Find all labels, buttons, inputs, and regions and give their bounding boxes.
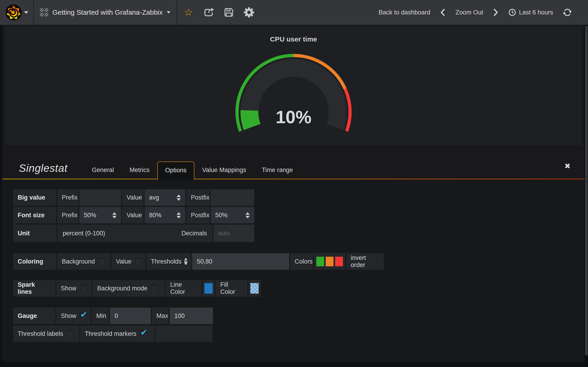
dashboard-content: CPU user time 10% Singlestat General Met… — [2, 25, 585, 362]
threshold-color-swatch-green[interactable] — [316, 257, 324, 266]
spark-background-mode-cell: Background mode ✔ — [93, 280, 165, 297]
font-size-label: Font size — [13, 207, 56, 223]
threshold-color-swatch-orange[interactable] — [326, 257, 334, 266]
fill-color-cell — [248, 280, 261, 297]
tab-time-range[interactable]: Time range — [254, 167, 301, 179]
unit-value-dropdown[interactable]: percent (0-100) — [63, 230, 105, 237]
gauge-show-cell: Show ✔ — [56, 308, 91, 324]
threshold-labels-cell: Threshold labels ✔ — [13, 325, 79, 342]
dashboard-grid-icon — [40, 8, 48, 17]
fill-color-overlay — [250, 283, 259, 294]
close-editor-icon[interactable]: ✖ — [564, 162, 571, 170]
spark-show-cell: Show ✔ — [56, 280, 92, 297]
decimals-label: Decimals — [182, 230, 207, 237]
tab-metrics[interactable]: Metrics — [122, 167, 157, 179]
unit-row: Unit percent (0-100) Decimals — [13, 225, 585, 242]
postfix-size-select[interactable]: 50% — [211, 207, 254, 223]
postfix-input[interactable] — [211, 189, 254, 206]
fill-color-label: Fill Color — [216, 280, 247, 297]
threshold-color-swatch-red[interactable] — [335, 257, 343, 266]
select-arrows-icon — [246, 212, 250, 218]
help-icon[interactable]: ? — [184, 258, 187, 265]
decimals-input[interactable] — [213, 225, 254, 242]
max-input-cell — [170, 308, 213, 324]
tab-options[interactable]: Options — [157, 161, 194, 179]
color-swatches-cell — [314, 253, 345, 270]
coloring-value-cell: Value ✔ — [111, 253, 145, 270]
refresh-icon[interactable] — [563, 8, 572, 17]
editor-tabs: General Metrics Options Value Mappings T… — [84, 161, 301, 179]
prefix-size-select-cell: 50% — [79, 207, 121, 223]
postfix-input-cell — [211, 189, 254, 206]
value-label: Value — [122, 189, 144, 206]
favorite-star-button[interactable]: ☆ — [181, 0, 195, 25]
time-range-picker[interactable]: Last 6 hours — [508, 8, 553, 16]
fill-color-swatch[interactable] — [250, 283, 259, 294]
empty-cell — [156, 325, 212, 342]
prefix-size-select[interactable]: 50% — [79, 207, 121, 223]
gear-icon — [244, 7, 254, 18]
scrollbar-track[interactable] — [585, 25, 588, 367]
postfix-size-label: Postfix — [186, 207, 210, 223]
spark-show-checkbox[interactable]: ✔ — [80, 284, 87, 292]
value-select-cell: avg — [145, 189, 185, 206]
select-arrows-icon — [177, 212, 181, 218]
threshold-markers-cell: Threshold markers ✔ — [80, 325, 155, 342]
coloring-background-cell: Background ✔ — [57, 253, 111, 270]
tab-general[interactable]: General — [84, 167, 122, 179]
chevron-left-icon[interactable] — [440, 8, 446, 16]
panel-title[interactable]: CPU user time — [6, 27, 582, 43]
max-input[interactable] — [170, 308, 213, 324]
thresholds-input-cell — [192, 253, 289, 270]
dashboard-actions: ☆ — [177, 0, 260, 25]
dashboard-title: Getting Started with Grafana-Zabbix — [52, 8, 163, 16]
checkmark-icon: ✔ — [140, 327, 147, 337]
line-color-cell — [202, 280, 215, 297]
max-label: Max — [152, 308, 169, 324]
back-to-dashboard-button[interactable]: Back to dashboard — [379, 9, 430, 16]
singlestat-panel: CPU user time 10% — [5, 27, 582, 145]
panel-type-title: Singlestat — [19, 162, 68, 174]
prefix-input-cell — [79, 189, 121, 206]
value-size-select[interactable]: 80% — [145, 207, 185, 223]
coloring-label: Coloring — [13, 253, 56, 270]
prefix-input[interactable] — [79, 189, 121, 206]
threshold-options-row: Threshold labels ✔ Threshold markers ✔ — [13, 325, 585, 342]
chevron-right-icon[interactable] — [493, 8, 499, 16]
coloring-row: Coloring Background ✔ Value ✔ Thresholds… — [13, 253, 585, 270]
line-color-swatch[interactable] — [204, 283, 213, 294]
save-button[interactable] — [222, 0, 236, 25]
thresholds-input[interactable] — [192, 253, 289, 270]
colors-label: Colors — [290, 253, 313, 270]
min-input[interactable] — [110, 308, 151, 324]
value-function-select[interactable]: avg — [145, 189, 185, 206]
share-icon — [203, 7, 214, 18]
zoom-out-button[interactable]: Zoom Out — [456, 9, 483, 16]
value-size-label: Value — [122, 207, 144, 223]
threshold-labels-checkbox[interactable]: ✔ — [67, 330, 74, 338]
time-range-label: Last 6 hours — [519, 9, 553, 16]
gauge-label: Gauge — [13, 308, 55, 324]
dashboard-title-button[interactable]: Getting Started with Grafana-Zabbix — [34, 0, 176, 25]
unit-label: Unit — [13, 225, 56, 242]
background-mode-checkbox[interactable]: ✔ — [151, 284, 158, 292]
value-checkbox[interactable]: ✔ — [135, 258, 142, 265]
threshold-markers-checkbox[interactable]: ✔ — [140, 330, 147, 338]
select-arrows-icon — [112, 212, 116, 218]
scrollbar-thumb[interactable] — [585, 26, 588, 356]
save-icon — [223, 7, 234, 18]
gauge-show-checkbox[interactable]: ✔ — [80, 312, 87, 320]
line-color-label: Line Color — [166, 280, 201, 297]
settings-button[interactable] — [242, 0, 256, 25]
font-size-row: Font size Prefix 50% Value 80% Postfix — [13, 207, 585, 223]
grafana-logo-menu[interactable] — [0, 0, 34, 25]
spark-lines-row: Spark lines Show ✔ Background mode ✔ Lin… — [13, 280, 585, 297]
clock-icon — [508, 8, 516, 16]
gauge-value: 10% — [6, 108, 582, 126]
background-checkbox[interactable]: ✔ — [99, 258, 105, 265]
invert-order-button[interactable]: invert order — [351, 254, 379, 269]
tab-value-mappings[interactable]: Value Mappings — [194, 167, 254, 179]
spark-lines-label: Spark lines — [13, 280, 55, 297]
postfix-size-select-cell: 50% — [211, 207, 254, 223]
share-button[interactable] — [201, 0, 216, 25]
